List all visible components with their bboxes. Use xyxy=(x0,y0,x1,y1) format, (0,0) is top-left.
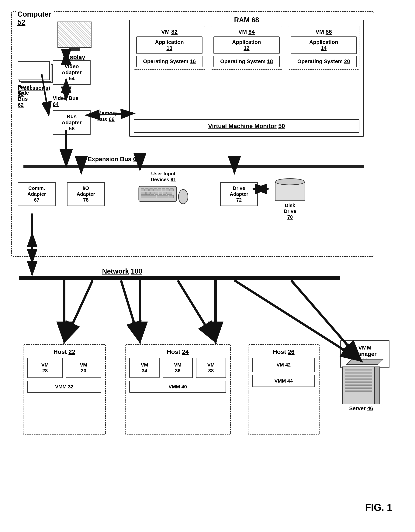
network-bar xyxy=(19,276,340,280)
processor-stack-icon xyxy=(18,61,52,84)
host26-vm-row: VM 42 xyxy=(252,358,315,372)
server-top xyxy=(346,359,384,365)
drive-adapter-label: DriveAdapter72 xyxy=(222,185,256,203)
host22-box: Host 22 VM28 VM30 VMM 32 xyxy=(23,344,106,435)
vmm32-box: VMM 32 xyxy=(27,381,101,393)
memory-bus-num: 66 xyxy=(109,116,115,122)
host26-box: Host 26 VM 42 VMM 44 xyxy=(248,344,319,435)
svg-rect-12 xyxy=(155,192,158,195)
svg-rect-16 xyxy=(141,195,156,198)
vmm-text: Virtual Machine Monitor xyxy=(208,123,277,129)
svg-rect-3 xyxy=(149,189,153,191)
vm-title-82: VM 82 xyxy=(136,28,202,35)
comm-adapter-box: Comm.Adapter67 xyxy=(18,182,56,206)
io-adapter-num: 78 xyxy=(83,197,89,203)
vm38-box: VM38 xyxy=(196,358,226,378)
host26-label: Host 26 xyxy=(252,348,315,355)
disk-drive-num: 70 xyxy=(287,214,293,220)
computer-label: Computer 52 xyxy=(16,10,53,27)
vmm44-box: VMM 44 xyxy=(252,375,315,387)
os-box-20: Operating System 20 xyxy=(291,56,357,67)
drive-adapter-num: 72 xyxy=(236,197,242,203)
network-label: Network 100 xyxy=(102,267,142,275)
disk-drive-icon xyxy=(275,178,305,201)
os-box-18: Operating System 18 xyxy=(213,56,280,67)
vmm-box: Virtual Machine Monitor 50 xyxy=(134,119,359,133)
bus-adapter-num: 58 xyxy=(69,126,75,132)
bus-adapter-box: BusAdapter58 xyxy=(53,110,90,135)
server-lines xyxy=(343,367,374,395)
server-line xyxy=(345,372,372,373)
server-right xyxy=(374,367,380,404)
ram-box: RAM 68 VM 82 Application10 Operating Sys… xyxy=(129,20,364,137)
user-input-num: 81 xyxy=(170,177,176,182)
server-line xyxy=(345,375,372,377)
server-line xyxy=(345,387,372,389)
video-bus-label: Video Bus64 xyxy=(53,95,79,107)
fig-label: FIG. 1 xyxy=(365,502,392,513)
io-adapter-label: I/OAdapter78 xyxy=(69,185,103,203)
os-box-16: Operating System 16 xyxy=(136,56,202,67)
host22-vm-row: VM28 VM30 xyxy=(27,358,101,378)
vm28-box: VM28 xyxy=(27,358,63,378)
svg-rect-17 xyxy=(157,195,168,198)
fsb-label: FrontSideBus62 xyxy=(18,84,31,108)
svg-line-46 xyxy=(178,280,216,342)
video-adapter-label: VideoAdapter54 xyxy=(55,64,89,82)
user-input-box: User InputDevices 81 xyxy=(118,171,209,207)
svg-rect-13 xyxy=(159,192,162,195)
svg-rect-10 xyxy=(146,192,150,195)
video-bus-num: 64 xyxy=(53,101,59,107)
svg-rect-11 xyxy=(150,192,154,195)
svg-rect-7 xyxy=(166,189,169,191)
svg-line-45 xyxy=(121,280,140,342)
diagram: Computer 52 RAM 68 VM 82 Application10 xyxy=(8,8,407,524)
cyl-top xyxy=(275,178,305,185)
ram-text: RAM xyxy=(234,16,250,24)
user-input-label: User InputDevices 81 xyxy=(118,171,209,182)
vm-box-86: VM 86 Application14 Operating System 20 xyxy=(288,26,359,70)
server-line xyxy=(345,369,372,370)
vm36-box: VM36 xyxy=(163,358,193,378)
server-line xyxy=(345,381,372,383)
vm-row: VM 82 Application10 Operating System 16 … xyxy=(134,26,359,70)
svg-rect-9 xyxy=(141,192,146,195)
vm-box-84: VM 84 Application12 Operating System 18 xyxy=(211,26,282,70)
svg-line-44 xyxy=(64,280,93,342)
server-line xyxy=(345,378,372,380)
comm-adapter-label: Comm.Adapter67 xyxy=(20,185,53,203)
expansion-bus-line xyxy=(23,165,364,168)
expansion-bus-label: Expansion Bus 60 xyxy=(88,156,140,163)
server-num: 46 xyxy=(367,405,373,411)
ram-num: 68 xyxy=(251,16,259,24)
vm30-box: VM30 xyxy=(66,358,101,378)
memory-bus-label: MemoryBus 66 xyxy=(97,110,118,123)
app-box-14: Application14 xyxy=(291,37,357,54)
io-adapter-box: I/OAdapter78 xyxy=(67,182,105,206)
server-line xyxy=(345,384,372,386)
host24-label: Host 24 xyxy=(129,348,226,355)
app-box-12: Application12 xyxy=(213,37,280,54)
svg-rect-2 xyxy=(145,189,148,191)
computer-text: Computer xyxy=(17,10,51,18)
vmm40-box: VMM 40 xyxy=(129,381,226,393)
expansion-bus-num: 60 xyxy=(133,156,140,162)
vm-title-86: VM 86 xyxy=(291,28,357,35)
computer-box: Computer 52 RAM 68 VM 82 Application10 xyxy=(11,11,374,257)
svg-rect-4 xyxy=(154,189,157,191)
server-box: Server 46 xyxy=(340,359,382,411)
vm-title-84: VM 84 xyxy=(213,28,280,35)
svg-rect-15 xyxy=(167,192,172,195)
vm42-box: VM 42 xyxy=(252,358,315,372)
server-3d-icon xyxy=(342,359,380,404)
host24-vm-row: VM34 VM36 VM38 xyxy=(129,358,226,378)
vm-box-82: VM 82 Application10 Operating System 16 xyxy=(134,26,205,70)
computer-num: 52 xyxy=(17,18,25,26)
host22-label: Host 22 xyxy=(27,348,101,355)
disk-drive-box: DiskDrive70 xyxy=(273,178,307,220)
server-label: Server 46 xyxy=(340,405,382,411)
comm-adapter-num: 67 xyxy=(34,197,40,203)
svg-rect-5 xyxy=(158,189,161,191)
vm34-box: VM34 xyxy=(129,358,159,378)
fsb-num: 62 xyxy=(18,102,24,108)
